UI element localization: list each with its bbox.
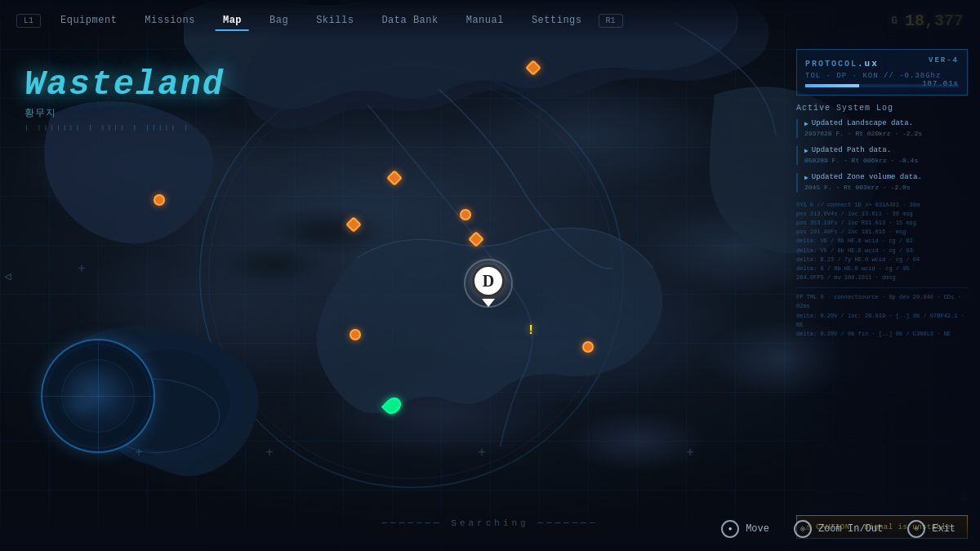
crosshair-3: + xyxy=(686,446,694,460)
mini-map xyxy=(41,339,155,453)
protocol-header: PROTOCOL.ux VER-4 TOL · DP · KON // -0.3… xyxy=(796,49,968,96)
log-entry-3: ▶ Updated Zone volume data. 2045 F. · Rt… xyxy=(796,173,968,192)
log-data-3: 2045 F. · Rt 003krz · -2.0s xyxy=(804,183,968,192)
right-panel: PROTOCOL.ux VER-4 TOL · DP · KON // -0.3… xyxy=(784,0,980,551)
nav-map[interactable]: Map xyxy=(212,11,253,29)
log-title-2: ▶ Updated Path data. xyxy=(804,146,968,154)
exit-hint: ⊙ Exit xyxy=(907,520,956,538)
move-icon: ● xyxy=(721,520,739,538)
crosshair-2: + xyxy=(478,446,486,460)
crosshair-4: + xyxy=(78,262,86,277)
crosshair-1: + xyxy=(265,446,274,460)
data-block: SYS 0 // connect 1D >> 031A483 · 38m pos… xyxy=(796,201,968,283)
log-arrow-3: ▶ xyxy=(804,174,808,181)
region-barcode: | ||||||| | |||| | ||||| | xyxy=(24,123,225,131)
log-arrow-1: ▶ xyxy=(804,120,808,127)
nav-missions[interactable]: Missions xyxy=(133,11,207,29)
zoom-label: Zoom In/Out xyxy=(818,523,883,535)
protocol-subtitle: TOL · DP · KON // -0.38Ghz 107.01s xyxy=(805,72,959,80)
zoom-hint: ◎ Zoom In/Out xyxy=(794,520,883,538)
right-controller-hint: R1 xyxy=(599,14,623,28)
player-symbol: D xyxy=(472,264,505,297)
log-data-1: 2937628 F. · Rt 020krz · -2.2s xyxy=(804,129,968,138)
exit-icon: ⊙ xyxy=(907,520,925,538)
marker-orange-7 xyxy=(582,341,594,353)
marker-orange-3 xyxy=(354,224,365,236)
nav-arrow-left[interactable]: ◁ xyxy=(4,269,11,282)
marker-orange-4 xyxy=(460,209,471,220)
protocol-bar xyxy=(805,84,959,87)
region-korean: 황무지 xyxy=(24,106,225,120)
move-hint: ● Move xyxy=(721,520,769,538)
nav-databank[interactable]: Data Bank xyxy=(370,11,449,29)
marker-orange-2 xyxy=(154,194,165,206)
system-log: Active System Log ▶ Updated Landscape da… xyxy=(796,104,968,507)
exit-label: Exit xyxy=(932,523,956,535)
nav-equipment[interactable]: Equipment xyxy=(49,11,128,29)
log-title-1: ▶ Updated Landscape data. xyxy=(804,119,968,127)
nav-manual[interactable]: Manual xyxy=(455,11,515,29)
bottom-bar: ● Move ◎ Zoom In/Out ⊙ Exit xyxy=(0,506,980,551)
move-label: Move xyxy=(746,523,769,535)
nav-settings[interactable]: Settings xyxy=(520,11,594,29)
marker-orange-1 xyxy=(533,68,545,79)
left-controller-hint: L1 xyxy=(16,14,41,28)
log-arrow-2: ▶ xyxy=(804,147,808,154)
log-title-3: ▶ Updated Zone volume data. xyxy=(804,173,968,181)
zoom-icon: ◎ xyxy=(794,520,812,538)
log-entry-1: ▶ Updated Landscape data. 2937628 F. · R… xyxy=(796,119,968,138)
player-pin: D xyxy=(472,264,505,302)
log-data-2: 058209 F. · Rt 006krz · -0.4s xyxy=(804,156,968,165)
marker-green xyxy=(393,406,408,424)
nav-skills[interactable]: Skills xyxy=(305,11,365,29)
mini-map-crosshair xyxy=(42,340,154,451)
region-name: Wasteland xyxy=(24,65,225,104)
marker-yellow-exclaim: ! xyxy=(526,322,536,339)
extra-data-block: FP TML 0 · connectsource · 0p dev 20.040… xyxy=(796,287,968,339)
marker-orange-8 xyxy=(350,329,361,340)
region-title: Wasteland 황무지 | ||||||| | |||| | ||||| | xyxy=(24,65,225,131)
protocol-bar-fill xyxy=(805,84,859,87)
protocol-title: PROTOCOL.ux VER-4 xyxy=(805,56,959,69)
marker-orange-6 xyxy=(394,178,406,189)
log-entry-2: ▶ Updated Path data. 058209 F. · Rt 006k… xyxy=(796,146,968,165)
player-marker: D xyxy=(472,264,505,302)
system-log-title: Active System Log xyxy=(796,104,968,113)
nav-bag[interactable]: Bag xyxy=(258,11,300,29)
marker-orange-5 xyxy=(476,239,488,251)
